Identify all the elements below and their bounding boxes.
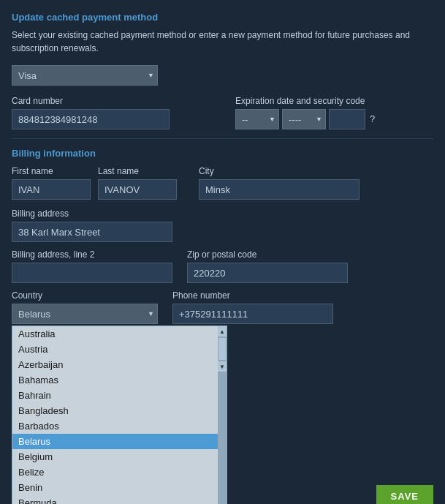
- page-description: Select your existing cached payment meth…: [12, 29, 433, 55]
- payment-method-group: Visa Mastercard American Express: [12, 65, 433, 86]
- divider-1: [12, 138, 433, 139]
- scrollbar-down-button[interactable]: ▼: [218, 361, 227, 372]
- last-name-label: Last name: [98, 166, 177, 176]
- dropdown-item-bermuda[interactable]: Bermuda: [12, 495, 218, 504]
- scrollbar-up-button[interactable]: ▲: [218, 326, 227, 336]
- country-select[interactable]: Belarus Australia Austria Azerbaijan Bah…: [12, 304, 158, 324]
- payment-method-select[interactable]: Visa Mastercard American Express: [12, 65, 158, 86]
- dropdown-scrollbar[interactable]: ▲ ▼: [218, 326, 227, 504]
- dropdown-item-austria[interactable]: Austria: [12, 342, 218, 357]
- address2-label: Billing address, line 2: [12, 249, 172, 260]
- dropdown-item-azerbaijan[interactable]: Azerbaijan: [12, 357, 218, 372]
- expiry-year-select[interactable]: ---- 202420252026 202720282029 2030: [282, 109, 326, 129]
- address-input[interactable]: [12, 222, 172, 242]
- expiry-group: Expiration date and security code -- 010…: [235, 96, 375, 129]
- dropdown-item-benin[interactable]: Benin: [12, 480, 218, 495]
- expiry-label: Expiration date and security code: [235, 96, 375, 106]
- dropdown-item-belarus[interactable]: Belarus: [12, 434, 218, 449]
- first-name-input[interactable]: [12, 179, 91, 200]
- city-input[interactable]: [199, 179, 360, 200]
- billing-title: Billing information: [12, 148, 433, 159]
- dropdown-item-bangladesh[interactable]: Bangladesh: [12, 403, 218, 418]
- card-number-input[interactable]: [12, 109, 170, 129]
- zip-group: Zip or postal code: [187, 249, 348, 283]
- name-city-row: First name Last name City: [12, 166, 433, 200]
- security-question-mark: ?: [368, 109, 375, 129]
- country-select-wrapper[interactable]: Belarus Australia Austria Azerbaijan Bah…: [12, 304, 158, 324]
- dropdown-item-barbados[interactable]: Barbados: [12, 418, 218, 434]
- country-label: Country: [12, 290, 158, 301]
- address2-input[interactable]: [12, 263, 172, 283]
- address-label: Billing address: [12, 208, 433, 219]
- country-dropdown-overlay: Australia Austria Azerbaijan Bahamas Bah…: [12, 326, 227, 504]
- address2-zip-row: Billing address, line 2 Zip or postal co…: [12, 249, 433, 283]
- dropdown-item-belize[interactable]: Belize: [12, 464, 218, 480]
- phone-group: Phone number: [172, 290, 333, 324]
- city-group: City: [199, 166, 360, 200]
- zip-label: Zip or postal code: [187, 249, 348, 260]
- security-code-input[interactable]: [329, 109, 365, 129]
- billing-section: Billing information First name Last name…: [12, 148, 433, 324]
- save-button[interactable]: SAVE: [376, 485, 433, 504]
- first-name-label: First name: [12, 166, 91, 176]
- expiry-month-select[interactable]: -- 010203 040506 070809 101112: [235, 109, 279, 129]
- scrollbar-thumb[interactable]: [218, 338, 226, 360]
- dropdown-item-belgium[interactable]: Belgium: [12, 449, 218, 464]
- page-title: Update cached payment method: [12, 12, 433, 23]
- dropdown-item-bahamas[interactable]: Bahamas: [12, 372, 218, 388]
- last-name-input[interactable]: [98, 179, 177, 200]
- phone-label: Phone number: [172, 290, 333, 301]
- zip-input[interactable]: [187, 263, 348, 283]
- first-name-group: First name: [12, 166, 91, 200]
- expiry-row: -- 010203 040506 070809 101112 ---- 2024…: [235, 109, 375, 129]
- country-group: Country Belarus Australia Austria Azerba…: [12, 290, 158, 324]
- dropdown-scroll-area: Australia Austria Azerbaijan Bahamas Bah…: [12, 326, 227, 504]
- dropdown-item-bahrain[interactable]: Bahrain: [12, 388, 218, 403]
- card-number-label: Card number: [12, 96, 170, 106]
- dropdown-list: Australia Austria Azerbaijan Bahamas Bah…: [12, 326, 218, 504]
- expiry-month-wrapper[interactable]: -- 010203 040506 070809 101112: [235, 109, 279, 129]
- payment-method-select-wrapper[interactable]: Visa Mastercard American Express: [12, 65, 158, 86]
- address2-group: Billing address, line 2: [12, 249, 172, 283]
- card-number-row: Card number Expiration date and security…: [12, 96, 433, 129]
- country-phone-row: Country Belarus Australia Austria Azerba…: [12, 290, 433, 324]
- card-number-group: Card number: [12, 96, 170, 129]
- city-label: City: [199, 166, 360, 176]
- expiry-year-wrapper[interactable]: ---- 202420252026 202720282029 2030: [282, 109, 326, 129]
- dropdown-item-australia[interactable]: Australia: [12, 326, 218, 342]
- main-container: Update cached payment method Select your…: [0, 0, 445, 504]
- address-group: Billing address: [12, 208, 433, 242]
- phone-input[interactable]: [172, 304, 333, 324]
- last-name-group: Last name: [98, 166, 177, 200]
